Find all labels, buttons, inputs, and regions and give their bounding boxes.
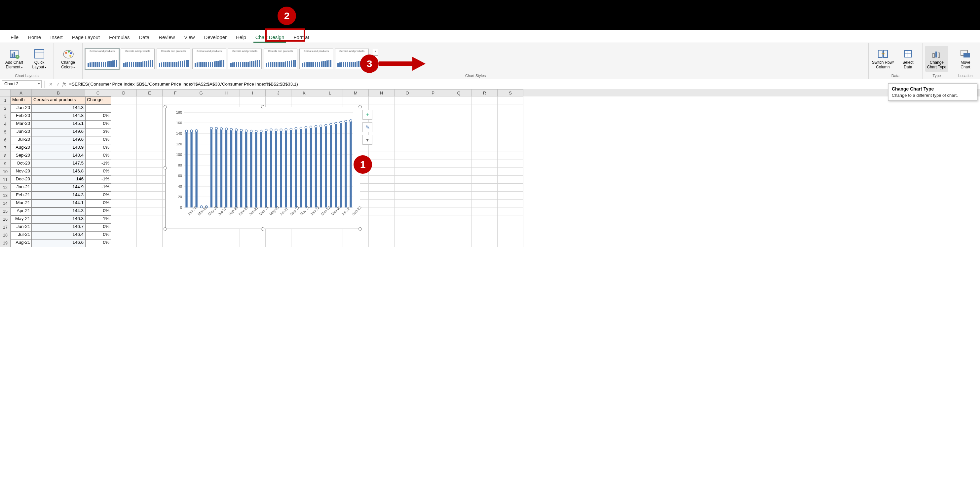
cell[interactable]: 0%	[85, 192, 111, 200]
column-header[interactable]: K	[291, 89, 317, 97]
cell[interactable]	[137, 104, 162, 112]
cell[interactable]	[395, 184, 420, 192]
ribbon-tab-home[interactable]: Home	[23, 32, 46, 43]
cell[interactable]: 146.8	[32, 168, 85, 176]
chart-style-thumb[interactable]: Cereals and products	[299, 49, 333, 69]
row-header[interactable]: 13	[0, 192, 11, 200]
row-header[interactable]: 14	[0, 200, 11, 207]
cell[interactable]: 149.6	[32, 136, 85, 144]
cell[interactable]	[446, 160, 472, 168]
formula-input[interactable]	[67, 82, 980, 87]
cell[interactable]: May-21	[11, 215, 32, 223]
cell[interactable]: 144.9	[32, 184, 85, 192]
cell[interactable]	[369, 97, 395, 104]
cell[interactable]	[420, 112, 446, 120]
cell[interactable]	[498, 176, 523, 184]
cell[interactable]	[188, 239, 214, 247]
cell[interactable]	[111, 97, 137, 104]
cell[interactable]	[420, 168, 446, 176]
cell[interactable]	[111, 192, 137, 200]
cell[interactable]	[446, 97, 472, 104]
cell[interactable]	[137, 160, 162, 168]
chart-style-thumb[interactable]: Cereals and products	[85, 49, 119, 69]
cell[interactable]	[111, 120, 137, 128]
cell[interactable]	[343, 231, 369, 239]
cell[interactable]	[369, 231, 395, 239]
cell[interactable]	[395, 152, 420, 160]
cell[interactable]: 146.6	[32, 239, 85, 247]
cell[interactable]	[420, 231, 446, 239]
ribbon-tab-view[interactable]: View	[180, 32, 199, 43]
cell[interactable]	[266, 97, 291, 104]
cell[interactable]	[472, 223, 498, 231]
cell[interactable]	[111, 200, 137, 207]
cell[interactable]	[472, 112, 498, 120]
cell[interactable]	[240, 239, 266, 247]
gallery-up-button[interactable]: ˄	[372, 49, 378, 56]
cell[interactable]	[214, 231, 240, 239]
cell[interactable]	[498, 223, 523, 231]
cell[interactable]	[395, 231, 420, 239]
chart-styles-button[interactable]: ✎	[363, 122, 372, 132]
cell[interactable]	[420, 184, 446, 192]
cell[interactable]	[498, 136, 523, 144]
cell[interactable]: 0%	[85, 112, 111, 120]
cell[interactable]: 144.3	[32, 104, 85, 112]
resize-handle[interactable]	[358, 105, 362, 108]
cell[interactable]	[317, 97, 343, 104]
cell[interactable]: 144.3	[32, 207, 85, 215]
column-header[interactable]: R	[472, 89, 498, 97]
row-header[interactable]: 5	[0, 128, 11, 136]
cell[interactable]: 146.3	[32, 215, 85, 223]
cell[interactable]: Jan-21	[11, 184, 32, 192]
cell[interactable]	[472, 239, 498, 247]
cell[interactable]	[446, 112, 472, 120]
column-header[interactable]: P	[420, 89, 446, 97]
cell[interactable]	[111, 112, 137, 120]
cell[interactable]: Oct-20	[11, 160, 32, 168]
ribbon-tab-data[interactable]: Data	[134, 32, 154, 43]
cell[interactable]	[395, 128, 420, 136]
cell[interactable]	[446, 104, 472, 112]
row-header[interactable]: 11	[0, 176, 11, 184]
row-header[interactable]: 6	[0, 136, 11, 144]
cell[interactable]	[472, 231, 498, 239]
ribbon-tab-developer[interactable]: Developer	[200, 32, 231, 43]
cell[interactable]	[498, 231, 523, 239]
cell[interactable]	[395, 215, 420, 223]
cell[interactable]: Apr-21	[11, 207, 32, 215]
column-header[interactable]: J	[266, 89, 291, 97]
cell[interactable]: Cereals and products	[32, 97, 85, 104]
row-header[interactable]: 9	[0, 160, 11, 168]
cell[interactable]: Aug-21	[11, 239, 32, 247]
cell[interactable]	[111, 215, 137, 223]
cell[interactable]: 146	[32, 176, 85, 184]
ribbon-tab-formulas[interactable]: Formulas	[104, 32, 134, 43]
cell[interactable]	[498, 112, 523, 120]
cell[interactable]: 144.8	[32, 112, 85, 120]
cell[interactable]: -1%	[85, 184, 111, 192]
cell[interactable]: 0%	[85, 136, 111, 144]
resize-handle[interactable]	[164, 227, 167, 230]
cell[interactable]	[111, 239, 137, 247]
cell[interactable]	[472, 160, 498, 168]
cell[interactable]: 146.7	[32, 223, 85, 231]
column-header[interactable]: G	[188, 89, 214, 97]
cell[interactable]	[498, 215, 523, 223]
cell[interactable]: 148.4	[32, 152, 85, 160]
cell[interactable]	[369, 184, 395, 192]
cell[interactable]	[446, 200, 472, 207]
cell[interactable]	[446, 152, 472, 160]
cell[interactable]: 0%	[85, 207, 111, 215]
cell[interactable]	[446, 184, 472, 192]
cell[interactable]	[472, 192, 498, 200]
cell[interactable]: Jan-20	[11, 104, 32, 112]
column-header[interactable]: C	[85, 89, 111, 97]
cell[interactable]	[395, 200, 420, 207]
cell[interactable]	[369, 144, 395, 152]
ribbon-tab-page-layout[interactable]: Page Layout	[67, 32, 104, 43]
cell[interactable]	[137, 168, 162, 176]
cell[interactable]	[369, 207, 395, 215]
cell[interactable]: 0%	[85, 223, 111, 231]
cell[interactable]	[395, 97, 420, 104]
